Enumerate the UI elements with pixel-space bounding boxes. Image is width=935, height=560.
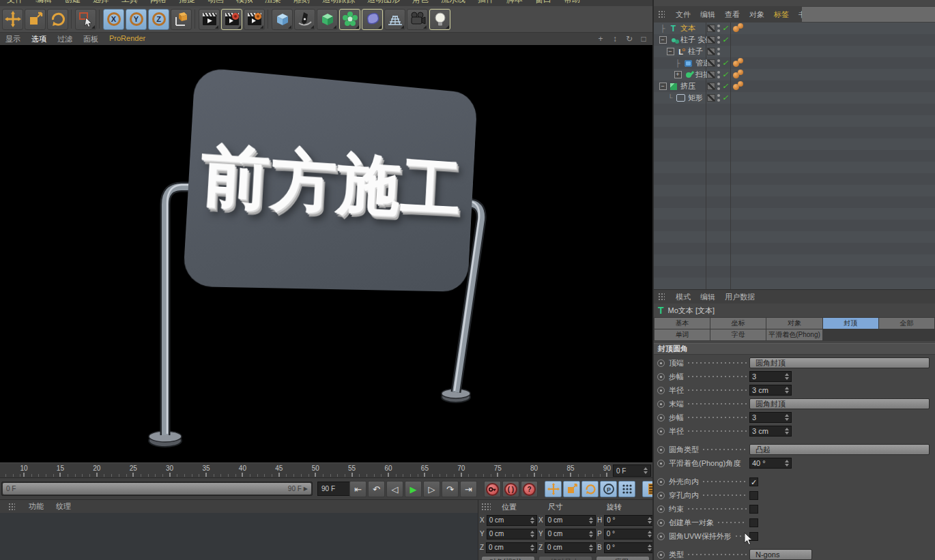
enable-check-icon[interactable] (722, 25, 730, 32)
render-settings-button[interactable] (244, 9, 265, 30)
enable-check-icon[interactable] (722, 71, 730, 78)
layer-toggle-icon[interactable] (707, 59, 715, 67)
attribute-tab[interactable]: 坐标 (710, 318, 766, 329)
layer-toggle-icon[interactable] (707, 83, 715, 90)
spinner-icon[interactable] (784, 428, 789, 434)
visibility-toggles[interactable] (707, 48, 730, 55)
object-tree-row[interactable]: 柱子 (654, 46, 935, 57)
menu-item[interactable]: 运动图形 (367, 0, 400, 5)
expander-icon[interactable] (674, 71, 682, 78)
visibility-toggles[interactable] (707, 36, 730, 44)
animation-dot-icon[interactable] (657, 551, 665, 559)
menu-item[interactable]: 动画 (207, 0, 224, 5)
spinner-icon[interactable] (784, 373, 789, 380)
axis-lock-button[interactable]: Z (148, 9, 169, 30)
value-field[interactable]: 3 cm (749, 385, 792, 396)
key-position-toggle[interactable] (545, 481, 562, 497)
visibility-dots-icon[interactable] (717, 25, 720, 32)
object-label[interactable]: 文本 (680, 23, 695, 33)
object-manager-menu-item[interactable]: 文件 (676, 10, 691, 20)
menu-item[interactable]: 网格 (150, 0, 167, 5)
spinner-icon[interactable] (647, 531, 652, 537)
menu-item[interactable]: 创建 (64, 0, 81, 5)
object-manager-menu-item[interactable]: 对象 (749, 10, 764, 20)
material-manager-area[interactable] (0, 513, 478, 560)
key-parameter-toggle[interactable]: P (600, 481, 617, 497)
attribute-tab[interactable]: 全部 (879, 318, 934, 329)
checkbox[interactable] (749, 518, 758, 527)
transport-button[interactable]: ▶ (405, 481, 422, 497)
attribute-menu-item[interactable]: 用户数据 (725, 292, 755, 302)
preview-range-bar[interactable]: 0 F 90 F▶ (3, 483, 311, 495)
object-label[interactable]: 柱子 (688, 46, 703, 57)
object-tree[interactable]: 文本 柱子 实例 柱 (654, 23, 935, 289)
spinner-icon[interactable] (647, 517, 652, 524)
object-manager-menu-item[interactable]: 编辑 (700, 10, 715, 20)
floor-button[interactable] (384, 9, 405, 30)
coordinate-input[interactable]: 0 ° (604, 542, 652, 553)
viewport-menu-item[interactable]: 面板 (83, 34, 98, 44)
dropdown-field[interactable]: 凸起 (749, 444, 930, 455)
material-menu-item[interactable]: 功能 (29, 501, 44, 512)
panel-grip[interactable] (658, 293, 665, 301)
transport-button[interactable]: ⇤ (349, 481, 366, 497)
coordinate-mode-button[interactable]: 对象(相对)▾ (481, 556, 535, 560)
view-control-icon[interactable]: + (596, 34, 605, 44)
menu-item[interactable]: 运动跟踪 (322, 0, 355, 5)
animation-dot-icon[interactable] (657, 400, 665, 408)
menu-item[interactable]: 模拟 (236, 0, 253, 5)
menu-item[interactable]: 工具 (121, 0, 138, 5)
material-tag-icons[interactable] (733, 59, 747, 68)
animation-dot-icon[interactable] (657, 359, 665, 367)
animation-dot-icon[interactable] (657, 460, 665, 467)
visibility-dots-icon[interactable] (717, 36, 720, 44)
expander-icon[interactable] (659, 25, 667, 32)
transport-button[interactable]: ↶ (368, 481, 385, 497)
viewport-menu-item[interactable]: 过滤 (57, 34, 72, 44)
coordinate-mode-button[interactable]: 绝对尺寸 (538, 556, 592, 560)
visibility-dots-icon[interactable] (717, 48, 720, 55)
view-control-icon[interactable]: □ (639, 34, 648, 44)
attribute-tab[interactable]: 基本 (654, 318, 710, 329)
visibility-toggles[interactable] (707, 59, 730, 67)
axis-lock-button[interactable]: X (103, 9, 124, 30)
dropdown-field[interactable]: 圆角封顶 (749, 398, 930, 409)
view-control-icon[interactable]: ↕ (610, 34, 620, 44)
spinner-icon[interactable] (530, 517, 534, 524)
spinner-icon[interactable] (588, 531, 593, 537)
attribute-subtab[interactable]: 单词 (654, 329, 710, 340)
layer-toggle-icon[interactable] (707, 48, 715, 55)
material-menu-item[interactable]: 纹理 (56, 501, 71, 512)
object-tree-row[interactable]: 柱子 实例 (654, 34, 935, 46)
key-scale-toggle[interactable] (563, 481, 580, 497)
attribute-menu-item[interactable]: 编辑 (700, 292, 715, 302)
menu-item[interactable]: 窗口 (535, 0, 551, 5)
coordinate-input[interactable]: 0 cm (487, 515, 537, 526)
layer-toggle-icon[interactable] (707, 25, 715, 32)
camera-button[interactable] (407, 9, 428, 30)
coordinate-input[interactable]: 0 cm (545, 529, 596, 540)
render-picture-viewer-button[interactable] (221, 9, 242, 30)
layer-toggle-icon[interactable] (707, 71, 715, 78)
expander-icon[interactable] (666, 48, 674, 55)
coordinate-system-button[interactable] (171, 9, 192, 30)
menu-item[interactable]: 插件 (478, 0, 494, 5)
attribute-subtab[interactable]: 字母 (710, 329, 766, 340)
key-point-level-toggle[interactable] (618, 481, 635, 497)
checkbox[interactable] (749, 505, 758, 514)
enable-check-icon[interactable] (722, 59, 730, 67)
menu-item[interactable]: 角色 (412, 0, 429, 5)
key-rotation-toggle[interactable] (581, 481, 599, 497)
transport-button[interactable]: ⇥ (460, 481, 477, 497)
menu-item[interactable]: 捕捉 (179, 0, 195, 5)
expander-icon[interactable] (666, 95, 674, 102)
spinner-icon[interactable] (588, 517, 593, 524)
transport-button[interactable]: ▷ (423, 481, 440, 497)
spline-pen-button[interactable] (294, 9, 315, 30)
menu-item[interactable]: 雕刻 (293, 0, 310, 5)
layer-toggle-icon[interactable] (707, 94, 715, 102)
animation-dot-icon[interactable] (657, 492, 665, 499)
expander-icon[interactable] (674, 60, 682, 67)
visibility-dots-icon[interactable] (717, 71, 720, 78)
coordinate-input[interactable]: 0 ° (604, 515, 652, 526)
